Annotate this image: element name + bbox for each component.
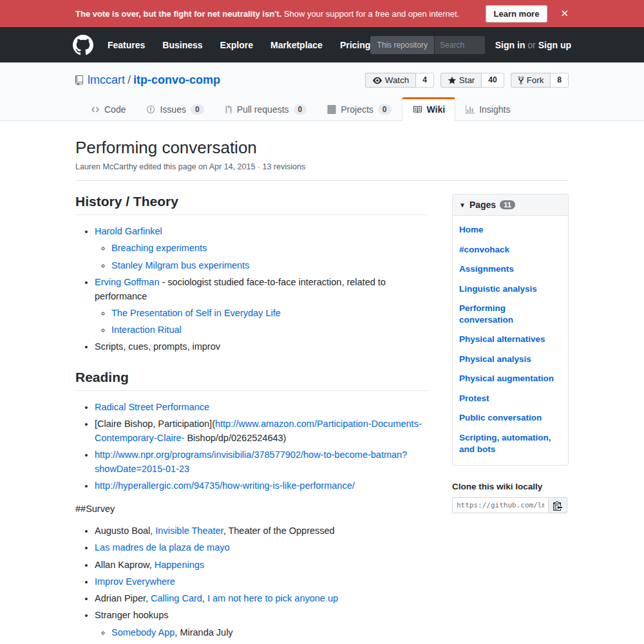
sidebar-page-link[interactable]: Linguistic analysis: [459, 283, 562, 295]
tab-counter: 0: [191, 104, 204, 115]
content-link[interactable]: Breaching experiments: [111, 243, 207, 253]
star-label: Star: [459, 75, 475, 85]
sign-up-link[interactable]: Sign up: [538, 40, 571, 50]
sign-in-link[interactable]: Sign in: [495, 40, 526, 50]
sidebar-page-link[interactable]: Protest: [459, 393, 562, 404]
nav-item-business[interactable]: Business: [162, 40, 202, 50]
content-link[interactable]: Invisible Theater: [155, 526, 223, 536]
list-item: http://hyperallergic.com/94735/how-writi…: [95, 479, 428, 493]
content-link[interactable]: http://hyperallergic.com/94735/how-writi…: [95, 480, 355, 491]
close-icon[interactable]: ✕: [560, 8, 569, 19]
site-header: FeaturesBusinessExploreMarketplacePricin…: [0, 27, 644, 62]
sidebar-page-link[interactable]: Physical alternatives: [459, 334, 562, 345]
sidebar-page-link[interactable]: Scripting, automation, and bots: [459, 432, 562, 455]
search-scope-label[interactable]: This repository: [370, 36, 435, 54]
list-item: Las madres de la plaza de mayo: [95, 541, 428, 555]
content-list: Breaching experimentsStanley Milgram bus…: [95, 242, 428, 272]
sidebar-page-link[interactable]: Assignments: [459, 263, 562, 275]
search-input[interactable]: [435, 36, 485, 54]
tab-pull-requests[interactable]: Pull requests0: [214, 97, 317, 121]
sidebar-page-link[interactable]: Physical augmentation: [459, 373, 562, 384]
watch-button[interactable]: Watch: [365, 73, 416, 88]
sidebar-page-link[interactable]: Performing conversation: [459, 303, 562, 325]
list-item: Breaching experiments: [111, 242, 428, 256]
content-link[interactable]: The Presentation of Self in Everyday Lif…: [111, 308, 281, 318]
content-link[interactable]: Calling Card: [151, 593, 202, 603]
list-item: Adrian Piper, Calling Card, I am not her…: [95, 592, 428, 606]
section-heading: History / Theory: [75, 194, 428, 215]
content-link[interactable]: Interaction Ritual: [111, 325, 182, 335]
repo-name-link[interactable]: itp-convo-comp: [133, 73, 220, 86]
content-link[interactable]: Improv Everywhere: [95, 576, 175, 587]
list-item: Stranger hookupsSomebody App, Miranda Ju…: [95, 609, 428, 644]
pages-box: ▼ Pages 11 Home#convohackAssignmentsLing…: [452, 194, 569, 466]
list-item: Improv Everywhere: [95, 575, 428, 589]
sidebar-page-link[interactable]: #convohack: [459, 244, 562, 256]
content-list: Radical Street Performance[Claire Bishop…: [75, 401, 428, 493]
repo-social-actions: Watch4Star40Fork8: [365, 73, 569, 88]
star-count[interactable]: 40: [482, 73, 504, 88]
clone-url-input[interactable]: [452, 497, 549, 513]
watch-count[interactable]: 4: [416, 73, 434, 88]
star-button[interactable]: Star: [440, 73, 482, 88]
tab-label: Insights: [479, 104, 510, 115]
content-link[interactable]: http://www.amazon.com/Participation-Docu…: [95, 419, 422, 443]
sidebar-page-link[interactable]: Public conversation: [459, 412, 562, 424]
watch-button-group: Watch4: [365, 73, 434, 88]
content-list: Augusto Boal, Invisible Theater, Theater…: [75, 524, 428, 644]
pages-list: Home#convohackAssignmentsLinguistic anal…: [453, 216, 568, 465]
list-item: Scripts, cues, prompts, improv: [95, 340, 428, 354]
copy-to-clipboard-button[interactable]: [549, 497, 567, 513]
eye-icon: [372, 76, 383, 85]
list-item: Augusto Boal, Invisible Theater, Theater…: [95, 524, 428, 538]
content-link[interactable]: Erving Goffman: [95, 277, 159, 287]
tab-label: Wiki: [427, 104, 446, 115]
list-item: Somebody App, Miranda July: [111, 626, 428, 640]
content-link[interactable]: Happenings: [155, 560, 204, 570]
content-link[interactable]: Harold Garfinkel: [95, 226, 162, 236]
project-icon: [327, 105, 336, 114]
nav-item-pricing[interactable]: Pricing: [340, 40, 370, 50]
github-logo-icon[interactable]: [73, 35, 93, 55]
list-item: Interaction Ritual: [111, 323, 428, 337]
chevron-down-icon: ▼: [459, 202, 466, 209]
sidebar-page-link[interactable]: Home: [459, 224, 562, 236]
fork-count[interactable]: 8: [551, 73, 569, 88]
tab-label: Code: [104, 104, 126, 115]
nav-item-features[interactable]: Features: [108, 40, 145, 50]
repo-slash: /: [125, 73, 133, 86]
list-item: The Presentation of Self in Everyday Lif…: [111, 307, 428, 321]
tab-projects[interactable]: Projects0: [317, 97, 401, 121]
wiki-page-header: Performing conversation Lauren McCarthy …: [75, 138, 569, 181]
content-link[interactable]: I am not here to pick anyone up: [207, 593, 338, 603]
tab-issues[interactable]: Issues0: [136, 97, 214, 121]
fork-label: Fork: [527, 75, 544, 85]
content-link[interactable]: http://www.npr.org/programs/invisibilia/…: [95, 450, 407, 474]
section-heading: Reading: [75, 370, 428, 391]
clone-section: Clone this wiki locally: [452, 482, 569, 513]
sidebar-page-link[interactable]: Physical analysis: [459, 354, 562, 365]
content-link[interactable]: Radical Street Performance: [95, 402, 209, 412]
main-nav: FeaturesBusinessExploreMarketplacePricin…: [108, 40, 370, 50]
content-link[interactable]: Las madres de la plaza de mayo: [95, 542, 230, 553]
nav-item-explore[interactable]: Explore: [220, 40, 253, 50]
issue-icon: [146, 105, 155, 114]
fork-button[interactable]: Fork: [511, 73, 551, 88]
list-item: Stanley Milgram bus experiments: [111, 259, 428, 273]
learn-more-button[interactable]: Learn more: [486, 5, 548, 23]
repo-tabs: CodeIssues0Pull requests0Projects0WikiIn…: [75, 97, 569, 120]
tab-code[interactable]: Code: [80, 97, 136, 121]
page-revision-meta: Lauren McCarthy edited this page on Apr …: [75, 162, 569, 171]
tab-wiki[interactable]: Wiki: [402, 97, 456, 121]
content-link[interactable]: Stanley Milgram bus experiments: [111, 260, 249, 270]
content-link[interactable]: Somebody App: [111, 627, 175, 638]
tab-counter: 0: [378, 104, 392, 115]
content-list: The Presentation of Self in Everyday Lif…: [95, 307, 428, 337]
nav-item-marketplace[interactable]: Marketplace: [270, 40, 323, 50]
pages-header[interactable]: ▼ Pages 11: [453, 194, 568, 216]
repo-owner-link[interactable]: lmccart: [88, 73, 125, 86]
star-icon: [448, 76, 457, 85]
banner-message-bold: The vote is over, but the fight for net …: [75, 9, 281, 19]
tab-insights[interactable]: Insights: [455, 97, 520, 121]
pages-label: Pages: [469, 200, 496, 210]
